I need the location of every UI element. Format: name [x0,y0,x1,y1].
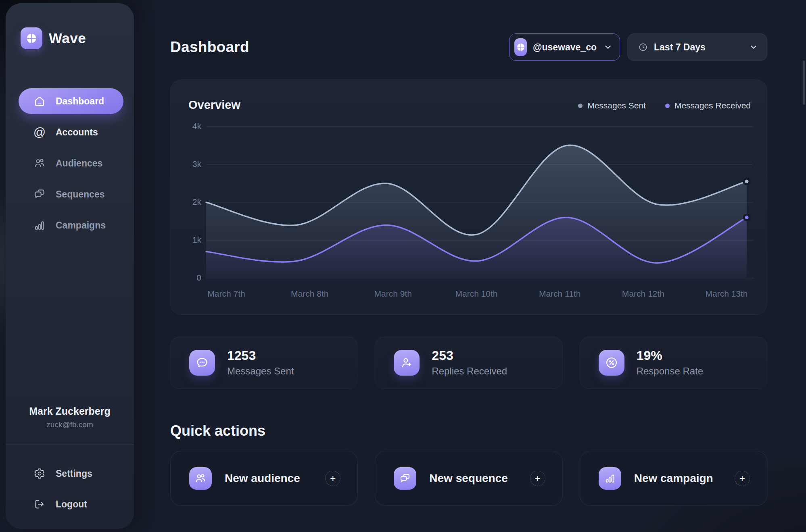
sidebar-item-label: Audiences [56,158,102,169]
add-button-plus-icon[interactable]: + [735,471,750,486]
chat-duo-icon [394,467,416,490]
chat-duo-icon [33,188,46,201]
stats-row: 1253 Messages Sent 253 Replies Received [170,337,767,389]
new-audience-card[interactable]: New audience + [170,451,358,506]
gear-icon [33,467,46,480]
clock-icon [638,42,648,52]
sidebar-item-label: Logout [56,499,87,510]
area-chart: 01k2k3k4kMarch 7thMarch 8thMarch 9thMarc… [171,80,768,315]
sidebar-item-label: Dashboard [56,96,104,107]
sidebar-divider [6,445,134,445]
user-email: zuck@fb.com [6,420,134,429]
sidebar-item-audiences[interactable]: Audiences [19,150,123,176]
wave-logo-icon [514,38,527,56]
sidebar-item-sequences[interactable]: Sequences [19,181,123,207]
wave-logo-icon [21,27,42,49]
overview-chart-card: Overview Messages Sent Messages Received… [170,79,767,315]
app-screen: Wave Dashboard @ Accounts [0,0,806,532]
page-title: Dashboard [170,39,249,56]
chat-dots-icon [189,350,215,376]
sidebar-item-label: Campaigns [56,220,106,231]
stat-card-messages-sent: 1253 Messages Sent [170,337,358,389]
date-range-label: Last 7 Days [654,42,706,53]
brand-name: Wave [49,30,86,46]
stat-text: 253 Replies Received [432,349,507,376]
quick-action-label: New campaign [634,472,713,485]
stat-label: Replies Received [432,366,507,377]
sidebar-nav: Dashboard @ Accounts Audiences [6,88,134,243]
sidebar-item-label: Sequences [56,189,104,200]
y-axis-tick-label: 1k [192,235,202,244]
date-range-selector[interactable]: Last 7 Days [627,33,767,61]
quick-actions-row: New audience + New sequence + New cam [170,451,767,506]
y-axis-tick-label: 2k [192,197,202,206]
sidebar-item-accounts[interactable]: @ Accounts [19,119,123,145]
series-end-dot [744,215,750,220]
users-icon [189,467,212,490]
stat-label: Messages Sent [227,366,294,377]
add-button-plus-icon[interactable]: + [325,471,340,486]
quick-action-label: New sequence [429,472,508,485]
sidebar-item-label: Settings [56,468,92,479]
sidebar-item-label: Accounts [56,127,98,138]
sidebar-item-settings[interactable]: Settings [19,461,123,486]
stat-label: Response Rate [637,366,703,377]
quick-action-label: New audience [225,472,300,485]
stat-text: 19% Response Rate [637,349,703,376]
percent-circle-icon [599,350,624,376]
new-campaign-card[interactable]: New campaign + [580,451,767,506]
x-axis-tick-label: March 10th [455,289,497,298]
y-axis-tick-label: 4k [192,121,202,131]
x-axis-tick-label: March 7th [207,289,245,298]
scrollbar-thumb[interactable] [803,60,805,105]
x-axis-tick-label: March 12th [622,289,664,298]
stat-card-response-rate: 19% Response Rate [580,337,767,389]
y-axis-tick-label: 3k [192,159,202,168]
at-sign-icon: @ [33,126,46,139]
bar-chart-icon [33,219,46,232]
series-end-dot [744,179,750,184]
user-block: Mark Zuckerberg zuck@fb.com [6,405,134,429]
new-sequence-card[interactable]: New sequence + [375,451,562,506]
stat-value: 19% [637,349,703,363]
home-icon [33,95,46,108]
brand: Wave [21,27,86,49]
account-selector[interactable]: @usewave_co [509,33,620,61]
x-axis-tick-label: March 8th [291,289,328,298]
series-area [206,145,747,278]
stat-value: 253 [432,349,507,363]
sidebar-item-campaigns[interactable]: Campaigns [19,212,123,238]
x-axis-tick-label: March 11th [539,289,581,298]
sidebar-item-dashboard[interactable]: Dashboard [19,88,123,114]
stat-text: 1253 Messages Sent [227,349,294,376]
x-axis-tick-label: March 9th [374,289,412,298]
user-name: Mark Zuckerberg [6,405,134,417]
stat-value: 1253 [227,349,294,363]
header-controls: @usewave_co Last 7 Days [509,33,767,61]
x-axis-tick-label: March 13th [705,289,748,298]
stat-card-replies-received: 253 Replies Received [375,337,562,389]
account-selector-label: @usewave_co [533,42,597,53]
bar-chart-icon [599,467,621,490]
sidebar: Wave Dashboard @ Accounts [6,3,134,529]
users-icon [33,157,46,170]
quick-actions-title: Quick actions [170,422,265,439]
chevron-down-icon [604,44,612,51]
person-plus-icon [394,350,420,376]
logout-icon [33,498,46,511]
add-button-plus-icon[interactable]: + [530,471,545,486]
chevron-down-icon [750,44,757,51]
page-header: Dashboard @usewave_co [170,33,767,61]
y-axis-tick-label: 0 [196,273,201,282]
sidebar-item-logout[interactable]: Logout [19,491,123,517]
